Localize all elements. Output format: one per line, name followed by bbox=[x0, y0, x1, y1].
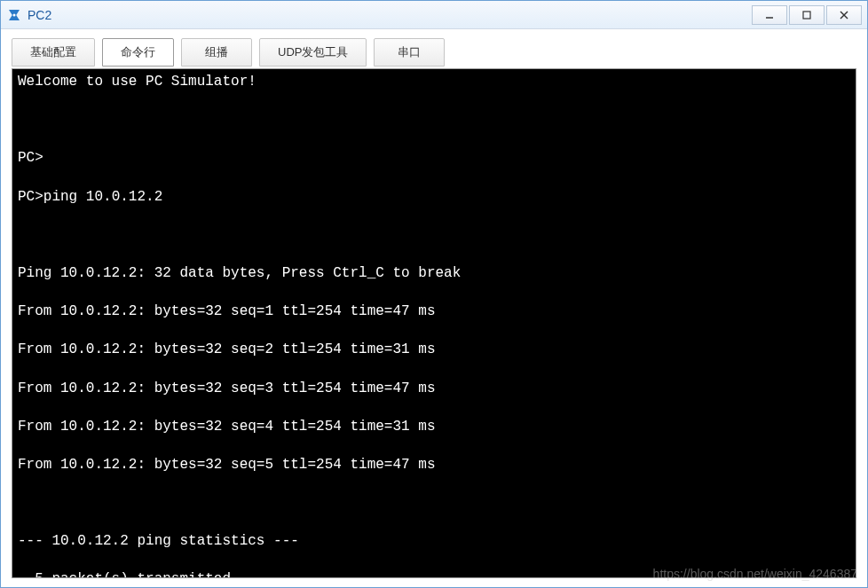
window-controls bbox=[750, 5, 862, 25]
tab-serial[interactable]: 串口 bbox=[374, 38, 445, 67]
titlebar[interactable]: PC2 bbox=[1, 1, 867, 29]
ping-reply: From 10.0.12.2: bytes=32 seq=5 ttl=254 t… bbox=[18, 456, 850, 475]
ping-reply: From 10.0.12.2: bytes=32 seq=1 ttl=254 t… bbox=[18, 302, 850, 322]
tab-basic-config[interactable]: 基础配置 bbox=[12, 38, 95, 67]
app-window: PC2 基础配置 命令行 组播 UDP发包工具 串口 Welcome to us… bbox=[0, 0, 868, 588]
tab-udp-tool[interactable]: UDP发包工具 bbox=[259, 38, 367, 67]
ping-stat: 5 packet(s) transmitted bbox=[18, 570, 850, 578]
ping-reply: From 10.0.12.2: bytes=32 seq=3 ttl=254 t… bbox=[18, 380, 850, 399]
svg-point-0 bbox=[13, 13, 16, 16]
svg-rect-2 bbox=[803, 12, 810, 19]
terminal-blank bbox=[18, 226, 850, 246]
ping-stats-header: --- 10.0.12.2 ping statistics --- bbox=[18, 532, 850, 552]
terminal-welcome: Welcome to use PC Simulator! bbox=[18, 73, 850, 92]
close-button[interactable] bbox=[826, 5, 862, 25]
terminal[interactable]: Welcome to use PC Simulator! PC> PC>ping… bbox=[12, 68, 856, 578]
maximize-button[interactable] bbox=[789, 5, 825, 25]
ping-header: Ping 10.0.12.2: 32 data bytes, Press Ctr… bbox=[18, 264, 850, 284]
minimize-button[interactable] bbox=[752, 5, 787, 25]
terminal-prompt: PC> bbox=[18, 189, 43, 205]
terminal-command: ping 10.0.12.2 bbox=[43, 189, 162, 205]
window-title: PC2 bbox=[28, 8, 750, 22]
ping-reply: From 10.0.12.2: bytes=32 seq=2 ttl=254 t… bbox=[18, 341, 850, 360]
terminal-blank bbox=[18, 111, 850, 130]
terminal-command-line: PC>ping 10.0.12.2 bbox=[18, 188, 850, 208]
terminal-prompt: PC> bbox=[18, 150, 43, 166]
tab-command-line[interactable]: 命令行 bbox=[102, 38, 174, 67]
terminal-prompt-line: PC> bbox=[18, 149, 850, 169]
tab-multicast[interactable]: 组播 bbox=[181, 38, 252, 67]
content-area: 基础配置 命令行 组播 UDP发包工具 串口 Welcome to use PC… bbox=[1, 29, 867, 587]
tab-bar: 基础配置 命令行 组播 UDP发包工具 串口 bbox=[12, 38, 856, 67]
app-icon bbox=[6, 7, 22, 23]
terminal-blank bbox=[18, 494, 850, 514]
ping-reply: From 10.0.12.2: bytes=32 seq=4 ttl=254 t… bbox=[18, 418, 850, 437]
